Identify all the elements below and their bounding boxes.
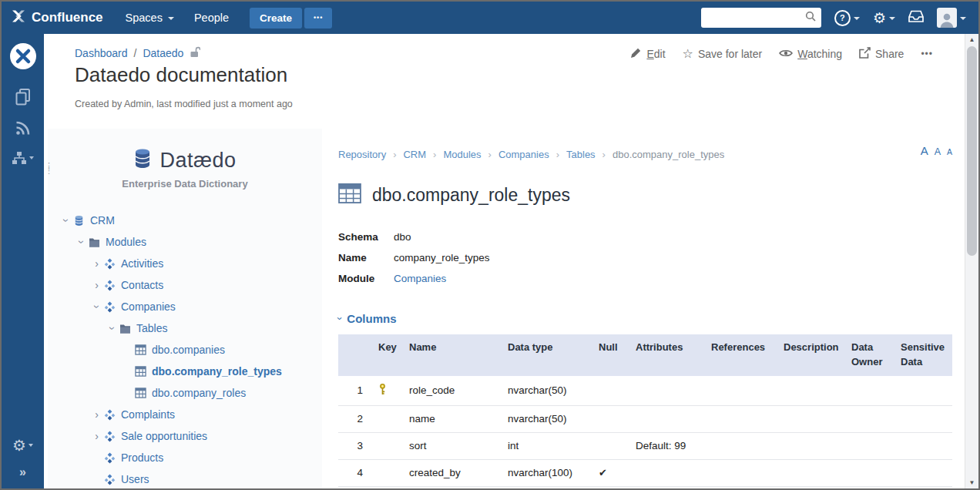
module-link[interactable]: Companies	[394, 273, 446, 284]
cell-attributes: Default: 99	[628, 432, 703, 459]
detail-name: Name company_role_types	[338, 247, 952, 268]
cell-references	[703, 405, 776, 432]
page-restrictions-icon[interactable]	[190, 46, 200, 60]
share-button[interactable]: Share	[859, 47, 904, 61]
page-actions: Edit ☆ Save for later Watching Share •••	[630, 46, 933, 61]
tree-item-companies[interactable]: ›Companies	[48, 296, 322, 317]
column-header-description: Description	[776, 334, 844, 376]
tree-item-users[interactable]: Users	[48, 468, 322, 488]
space-logo[interactable]	[9, 42, 37, 70]
chevron-down-icon[interactable]: ›	[61, 215, 72, 227]
breadcrumb-modules[interactable]: Modules	[443, 149, 481, 160]
cell-data-type: nvarchar(50)	[500, 376, 591, 406]
tree-item-modules[interactable]: ›Modules	[48, 231, 322, 253]
tree-item-products[interactable]: Products	[48, 447, 322, 468]
tree-item-contacts[interactable]: ›Contacts	[48, 274, 322, 296]
tree-item-dbo-companies[interactable]: dbo.companies	[48, 339, 322, 361]
breadcrumb-crm[interactable]: CRM	[403, 149, 426, 160]
breadcrumb-dbo-company-role-types: dbo.company_role_types	[612, 149, 724, 160]
tree-item-crm[interactable]: ›CRM	[48, 210, 322, 231]
cell-row-number: 2	[338, 405, 371, 432]
tree-item-dbo-company-role-types[interactable]: dbo.company_role_types	[48, 361, 322, 382]
column-header-row-number	[338, 334, 371, 376]
chevron-down-icon[interactable]: ›	[92, 301, 102, 313]
scrollbar-thumb[interactable]	[967, 46, 977, 256]
search-icon[interactable]	[805, 11, 816, 25]
cell-sensitive-data	[893, 376, 952, 406]
breadcrumb-repository[interactable]: Repository	[338, 149, 386, 160]
tree-item-sale-opportunities[interactable]: ›Sale opportunities	[48, 425, 322, 447]
cell-data-owner	[844, 432, 893, 459]
chevron-down-icon	[960, 17, 966, 20]
eye-icon	[779, 48, 793, 60]
column-header-null: Null	[591, 334, 628, 376]
help-icon: ?	[834, 10, 851, 26]
module-icon	[104, 451, 117, 464]
search-input[interactable]	[706, 12, 805, 25]
scroll-down-arrow[interactable]: ▼	[965, 477, 978, 488]
chevron-down-icon[interactable]: ›	[76, 237, 87, 248]
user-menu[interactable]	[937, 8, 966, 28]
page-byline: Created by Admin, last modified just a m…	[75, 99, 293, 109]
cell-references	[703, 376, 776, 406]
confluence-logo[interactable]: Confluence	[11, 8, 103, 28]
create-button[interactable]: Create	[250, 8, 302, 29]
watching-button[interactable]: Watching	[779, 48, 842, 60]
page-title: Dataedo documentation	[75, 63, 287, 87]
breadcrumb-companies[interactable]: Companies	[498, 149, 549, 160]
module-icon	[104, 473, 117, 485]
module-icon	[104, 300, 117, 313]
dataedo-logo: Datædo	[48, 147, 322, 173]
primary-key-icon	[378, 387, 387, 398]
tree-item-tables[interactable]: ›Tables	[48, 317, 322, 339]
font-size-large-button[interactable]: A	[921, 144, 928, 157]
vertical-scrollbar[interactable]: ▲ ▼	[965, 34, 978, 488]
tree-item-dbo-company-roles[interactable]: dbo.company_roles	[48, 382, 322, 404]
hierarchy-icon[interactable]	[12, 151, 34, 165]
breadcrumb-dataedo[interactable]: Dataedo	[143, 47, 183, 59]
cell-attributes	[628, 405, 703, 432]
breadcrumb-dashboard[interactable]: Dashboard	[75, 47, 128, 59]
chevron-right-icon[interactable]: ›	[91, 280, 102, 290]
columns-section-header[interactable]: › Columns	[338, 312, 952, 325]
chevron-right-icon[interactable]: ›	[91, 258, 102, 269]
cell-name: sort	[401, 432, 500, 459]
save-for-later-button[interactable]: ☆ Save for later	[683, 46, 763, 61]
dataedo-logo-text: Datædo	[159, 149, 236, 173]
detail-label: Schema	[338, 231, 394, 243]
blog-feed-icon[interactable]	[15, 121, 30, 136]
panel-resize-handle[interactable]: ⋮⋮	[45, 163, 53, 173]
cell-data-owner	[844, 376, 893, 406]
scroll-up-arrow[interactable]: ▲	[965, 34, 978, 45]
font-size-small-button[interactable]: A	[947, 147, 952, 156]
create-more-button[interactable]: •••	[304, 8, 332, 29]
admin-menu[interactable]: ⚙	[873, 11, 895, 25]
help-menu[interactable]: ?	[834, 10, 860, 26]
cell-null	[591, 405, 628, 432]
nav-people[interactable]: People	[184, 2, 239, 34]
cell-references	[703, 432, 776, 459]
edit-button[interactable]: Edit	[630, 47, 665, 61]
chevron-right-icon[interactable]: ›	[91, 409, 102, 420]
topnav-right-group: ? ⚙	[701, 8, 978, 28]
search-box[interactable]	[701, 8, 821, 28]
tree-item-label: Companies	[121, 300, 176, 313]
share-icon	[859, 47, 871, 61]
table-row: 4created_bynvarchar(100)✔	[338, 459, 952, 486]
nav-spaces[interactable]: Spaces	[116, 2, 184, 34]
detail-label: Name	[338, 252, 394, 263]
more-actions-button[interactable]: •••	[921, 49, 933, 59]
font-size-medium-button[interactable]: A	[935, 146, 941, 157]
tree-item-complaints[interactable]: ›Complaints	[48, 404, 322, 425]
breadcrumb-tables[interactable]: Tables	[566, 149, 596, 160]
expand-sidebar-button[interactable]: »	[19, 465, 26, 479]
chevron-right-icon[interactable]: ›	[91, 431, 102, 441]
cell-name: role_code	[401, 376, 500, 406]
pages-icon[interactable]	[15, 89, 31, 106]
notifications-tray[interactable]	[908, 10, 924, 25]
tree-item-activities[interactable]: ›Activities	[48, 253, 322, 274]
table-icon	[135, 344, 148, 356]
brand-name: Confluence	[32, 10, 103, 25]
space-settings-menu[interactable]: ⚙	[12, 436, 33, 455]
chevron-down-icon[interactable]: ›	[107, 323, 118, 334]
